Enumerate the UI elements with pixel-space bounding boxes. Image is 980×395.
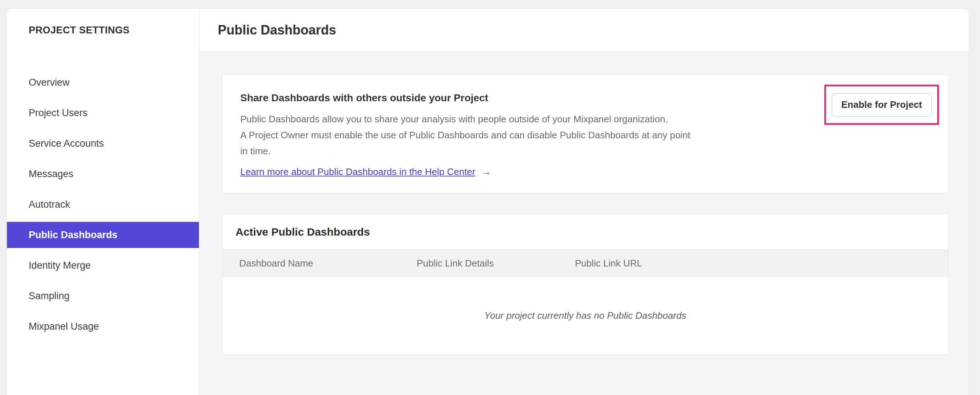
- sidebar-item-sampling[interactable]: Sampling: [7, 283, 199, 309]
- content-area: Share Dashboards with others outside you…: [199, 52, 969, 395]
- page-header: Public Dashboards: [199, 9, 969, 52]
- active-public-dashboards-card: Active Public Dashboards Dashboard NameP…: [222, 214, 948, 355]
- empty-state-message: Your project currently has no Public Das…: [484, 310, 686, 321]
- share-card-heading: Share Dashboards with others outside you…: [240, 92, 818, 104]
- sidebar-item-project-users[interactable]: Project Users: [7, 100, 199, 126]
- column-header-public-link-url: Public Link URL: [575, 258, 948, 269]
- column-header-public-link-details: Public Link Details: [417, 258, 575, 269]
- sidebar-item-overview[interactable]: Overview: [7, 69, 199, 96]
- description-line: Public Dashboards allow you to share you…: [240, 111, 818, 127]
- dashboards-table-header: Dashboard NamePublic Link DetailsPublic …: [223, 249, 948, 277]
- active-card-title: Active Public Dashboards: [235, 226, 370, 238]
- description-line: A Project Owner must enable the use of P…: [240, 127, 818, 143]
- sidebar-item-public-dashboards[interactable]: Public Dashboards: [7, 222, 199, 248]
- help-center-link[interactable]: Learn more about Public Dashboards in th…: [240, 166, 476, 178]
- enable-for-project-button[interactable]: Enable for Project: [832, 93, 932, 117]
- description-line: in time.: [240, 143, 818, 159]
- project-settings-sidebar: PROJECT SETTINGS OverviewProject UsersSe…: [7, 9, 199, 395]
- empty-state-row: Your project currently has no Public Das…: [223, 277, 948, 354]
- active-card-title-row: Active Public Dashboards: [223, 214, 948, 249]
- sidebar-item-autotrack[interactable]: Autotrack: [7, 191, 199, 217]
- help-center-link-row: Learn more about Public Dashboards in th…: [240, 166, 818, 178]
- sidebar-nav: OverviewProject UsersService AccountsMes…: [7, 69, 199, 339]
- column-header-dashboard-name: Dashboard Name: [239, 258, 417, 269]
- sidebar-item-mixpanel-usage[interactable]: Mixpanel Usage: [7, 313, 199, 339]
- annotation-highlight-box: Enable for Project: [824, 84, 939, 125]
- sidebar-item-service-accounts[interactable]: Service Accounts: [7, 131, 199, 156]
- sidebar-item-identity-merge[interactable]: Identity Merge: [7, 252, 199, 279]
- sidebar-item-messages[interactable]: Messages: [7, 161, 199, 187]
- share-dashboards-card: Share Dashboards with others outside you…: [222, 75, 948, 193]
- arrow-right-icon: →: [481, 166, 491, 178]
- share-card-description: Public Dashboards allow you to share you…: [240, 111, 818, 159]
- sidebar-title: PROJECT SETTINGS: [29, 25, 199, 36]
- settings-panel: PROJECT SETTINGS OverviewProject UsersSe…: [6, 8, 969, 395]
- page-title: Public Dashboards: [218, 22, 336, 38]
- main-area: Public Dashboards Share Dashboards with …: [199, 9, 969, 395]
